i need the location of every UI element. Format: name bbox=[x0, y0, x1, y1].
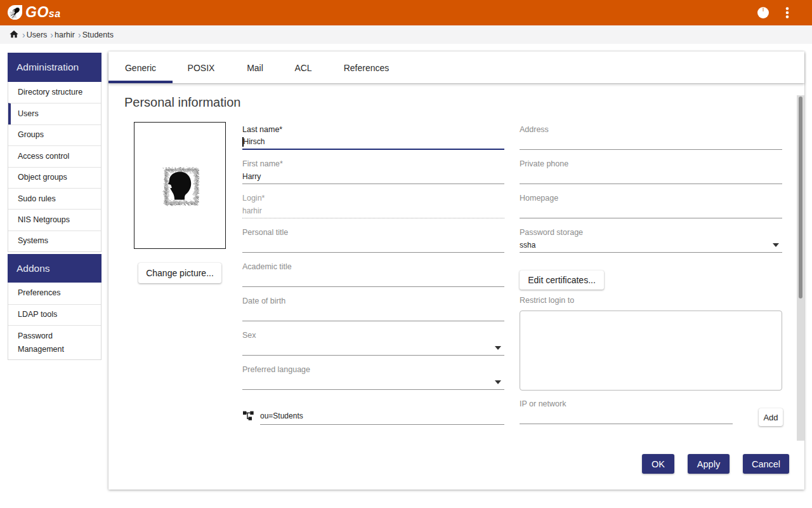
change-picture-button[interactable]: Change picture... bbox=[138, 263, 221, 283]
tab-acl[interactable]: ACL bbox=[280, 51, 326, 83]
field-label: Password storage bbox=[520, 227, 782, 237]
user-photo bbox=[134, 122, 226, 249]
field-personal-title: Personal title bbox=[242, 227, 504, 253]
sidebar-item-preferences[interactable]: Preferences bbox=[8, 283, 101, 304]
field-homepage: Homepage bbox=[520, 193, 782, 218]
dropdown-arrow-icon[interactable] bbox=[495, 346, 501, 350]
sidebar-item-users[interactable]: Users bbox=[8, 103, 101, 124]
ip-or-network-input[interactable] bbox=[520, 409, 733, 424]
sidebar-item-groups[interactable]: Groups bbox=[8, 124, 101, 145]
date-of-birth-input[interactable] bbox=[242, 306, 504, 321]
field-ip-or-network: IP or network bbox=[520, 399, 733, 424]
sidebar-section-administration: Administration Directory structure Users… bbox=[8, 53, 102, 252]
tab-bar: Generic POSIX Mail ACL References bbox=[108, 51, 804, 83]
field-login: Login* bbox=[242, 193, 504, 218]
sidebar-item-nis-netgroups[interactable]: NIS Netgroups bbox=[8, 209, 101, 230]
sidebar-item-directory-structure[interactable]: Directory structure bbox=[8, 82, 101, 103]
field-first-name: First name* bbox=[242, 159, 504, 184]
breadcrumb-separator: › bbox=[78, 30, 81, 39]
private-phone-input[interactable] bbox=[520, 169, 782, 184]
restrict-login-textarea[interactable] bbox=[520, 311, 782, 391]
field-label: Homepage bbox=[520, 193, 782, 203]
field-address: Address bbox=[520, 124, 782, 150]
sidebar-item-sudo-rules[interactable]: Sudo rules bbox=[8, 188, 101, 209]
gosa-logo-icon[interactable] bbox=[8, 5, 22, 20]
field-label: Address bbox=[520, 124, 782, 135]
field-label: Login* bbox=[242, 193, 504, 203]
restrict-login-label: Restrict login to bbox=[520, 296, 574, 305]
field-preferred-language: Preferred language bbox=[242, 364, 504, 390]
field-password-storage: Password storage bbox=[520, 227, 782, 253]
login-input bbox=[242, 203, 504, 218]
dropdown-arrow-icon[interactable] bbox=[495, 380, 501, 384]
edit-certificates-button[interactable]: Edit certificates... bbox=[520, 271, 604, 290]
field-label: First name* bbox=[242, 159, 504, 169]
sidebar-section-addons: Addons Preferences LDAP tools Password M… bbox=[8, 254, 102, 360]
field-label: Date of birth bbox=[242, 296, 504, 306]
field-base bbox=[243, 408, 504, 425]
tab-mail[interactable]: Mail bbox=[230, 51, 280, 83]
head-silhouette-icon bbox=[160, 164, 200, 206]
breadcrumb: › Users › harhir › Students bbox=[0, 25, 812, 44]
overflow-menu-icon[interactable] bbox=[782, 5, 792, 20]
head-path bbox=[167, 172, 191, 200]
field-private-phone: Private phone bbox=[520, 159, 782, 184]
sidebar-item-access-control[interactable]: Access control bbox=[8, 145, 101, 166]
tab-generic[interactable]: Generic bbox=[108, 51, 173, 83]
field-last-name: Last name* bbox=[242, 124, 504, 150]
sidebar-item-systems[interactable]: Systems bbox=[8, 231, 101, 251]
first-name-input[interactable] bbox=[242, 169, 504, 184]
field-date-of-birth: Date of birth bbox=[242, 296, 504, 321]
password-storage-select[interactable] bbox=[520, 237, 782, 253]
field-label: Preferred language bbox=[242, 364, 504, 375]
scrollbar-thumb[interactable] bbox=[799, 97, 802, 298]
squid-icon bbox=[8, 5, 22, 20]
field-label: Personal title bbox=[242, 227, 504, 237]
field-academic-title: Academic title bbox=[242, 262, 504, 287]
add-button[interactable]: Add bbox=[759, 408, 783, 426]
main-card: Generic POSIX Mail ACL References Person… bbox=[108, 51, 804, 490]
sidebar-item-ldap-tools[interactable]: LDAP tools bbox=[8, 304, 101, 325]
homepage-input[interactable] bbox=[520, 203, 782, 218]
brand-wordmark: GOsa bbox=[25, 3, 61, 22]
scrollbar-track[interactable] bbox=[797, 95, 804, 441]
last-name-input[interactable] bbox=[242, 135, 504, 150]
breadcrumb-item-students[interactable]: Students bbox=[82, 30, 114, 39]
top-bar: GOsa bbox=[0, 0, 812, 25]
sidebar-header-addons: Addons bbox=[8, 254, 102, 283]
field-label: Sex bbox=[242, 330, 504, 340]
apply-button[interactable]: Apply bbox=[688, 454, 730, 474]
session-clock-icon[interactable] bbox=[757, 6, 769, 19]
base-input[interactable] bbox=[260, 408, 504, 425]
field-sex: Sex bbox=[242, 330, 504, 356]
address-input[interactable] bbox=[520, 135, 782, 150]
dropdown-arrow-icon[interactable] bbox=[773, 243, 779, 247]
text-caret bbox=[242, 137, 244, 147]
field-label: Academic title bbox=[242, 262, 504, 272]
breadcrumb-item-users[interactable]: Users bbox=[27, 30, 48, 39]
ok-button[interactable]: OK bbox=[642, 454, 674, 474]
personal-title-input[interactable] bbox=[242, 237, 504, 253]
sidebar-item-password-management[interactable]: Password Management bbox=[8, 325, 101, 360]
field-label: Private phone bbox=[520, 159, 782, 169]
preferred-language-select[interactable] bbox=[242, 375, 504, 390]
form-scroll-area: Personal information bbox=[108, 95, 804, 441]
breadcrumb-item-harhir[interactable]: harhir bbox=[55, 30, 75, 39]
academic-title-input[interactable] bbox=[242, 272, 504, 287]
brand-suffix: sa bbox=[49, 8, 61, 20]
breadcrumb-separator: › bbox=[22, 30, 25, 39]
sidebar-header-administration: Administration bbox=[8, 53, 102, 82]
tab-posix[interactable]: POSIX bbox=[173, 51, 230, 83]
tree-icon bbox=[243, 411, 254, 420]
page-title: Personal information bbox=[124, 95, 240, 110]
brand-main: GO bbox=[25, 3, 49, 22]
sidebar-item-object-groups[interactable]: Object groups bbox=[8, 167, 101, 188]
sex-select[interactable] bbox=[242, 340, 504, 356]
cancel-button[interactable]: Cancel bbox=[743, 454, 789, 474]
sidebar: Administration Directory structure Users… bbox=[8, 53, 102, 360]
home-icon[interactable] bbox=[9, 29, 19, 39]
field-label: IP or network bbox=[520, 399, 733, 409]
tab-references[interactable]: References bbox=[326, 51, 407, 83]
field-label: Last name* bbox=[242, 124, 504, 135]
breadcrumb-separator: › bbox=[50, 30, 53, 39]
